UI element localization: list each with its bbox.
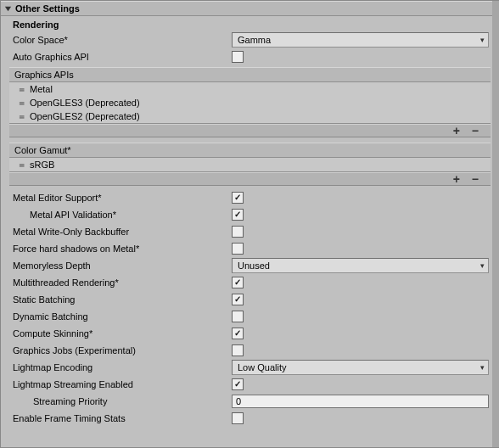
list-item-label: OpenGLES3 (Deprecated) — [30, 98, 140, 108]
drag-handle-icon[interactable]: ━━ — [20, 101, 23, 104]
metal-api-validation-checkbox[interactable] — [232, 209, 244, 221]
list-item[interactable]: ━━ OpenGLES3 (Deprecated) — [9, 96, 491, 109]
compute-skinning-checkbox[interactable] — [232, 328, 244, 339]
memoryless-depth-value: Unused — [238, 260, 270, 271]
multithreaded-label: Multithreaded Rendering* — [13, 277, 232, 288]
lightmap-encoding-label: Lightmap Encoding — [13, 362, 232, 372]
chevron-down-icon: ▾ — [480, 36, 485, 44]
color-gamut-list[interactable]: ━━ sRGB — [9, 158, 491, 172]
metal-editor-label: Metal Editor Support* — [13, 193, 232, 203]
multithreaded-checkbox[interactable] — [232, 277, 244, 288]
memoryless-depth-label: Memoryless Depth — [13, 260, 232, 271]
rendering-subtitle: Rendering — [1, 16, 499, 31]
metal-api-validation-label: Metal API Validation* — [13, 210, 232, 220]
lightmap-encoding-dropdown[interactable]: Low Quality ▾ — [232, 360, 489, 375]
force-hard-shadows-checkbox[interactable] — [232, 243, 244, 255]
streaming-priority-input[interactable]: 0 — [232, 395, 489, 408]
lightmap-streaming-label: Lightmap Streaming Enabled — [13, 379, 232, 389]
remove-button[interactable]: − — [472, 175, 479, 183]
chevron-down-icon: ▾ — [480, 261, 485, 270]
static-batching-label: Static Batching — [13, 294, 232, 305]
section-title: Other Settings — [15, 3, 80, 14]
list-item[interactable]: ━━ OpenGLES2 (Deprecated) — [9, 109, 491, 123]
graphics-jobs-label: Graphics Jobs (Experimental) — [13, 345, 232, 356]
dynamic-batching-checkbox[interactable] — [232, 311, 244, 322]
lightmap-streaming-checkbox[interactable] — [232, 378, 244, 390]
static-batching-checkbox[interactable] — [232, 294, 244, 305]
metal-editor-checkbox[interactable] — [232, 192, 244, 204]
graphics-apis-title: Graphics APIs — [14, 70, 74, 80]
color-gamut-header: Color Gamut* — [9, 143, 491, 158]
add-button[interactable]: + — [453, 126, 460, 135]
chevron-down-icon — [4, 5, 12, 13]
auto-graphics-checkbox[interactable] — [232, 51, 244, 63]
frame-timing-label: Enable Frame Timing Stats — [13, 413, 232, 423]
graphics-apis-list[interactable]: ━━ Metal ━━ OpenGLES3 (Deprecated) ━━ Op… — [9, 82, 491, 124]
force-hard-shadows-label: Force hard shadows on Metal* — [13, 244, 232, 254]
drag-handle-icon[interactable]: ━━ — [20, 87, 23, 91]
add-button[interactable]: + — [453, 175, 460, 183]
scrollbar[interactable] — [492, 1, 499, 447]
drag-handle-icon[interactable]: ━━ — [20, 115, 23, 118]
remove-button[interactable]: − — [472, 126, 479, 135]
color-space-label: Color Space* — [13, 35, 232, 45]
streaming-priority-label: Streaming Priority — [13, 396, 232, 406]
list-item-label: OpenGLES2 (Deprecated) — [30, 111, 140, 121]
lightmap-encoding-value: Low Quality — [238, 362, 286, 372]
drag-handle-icon[interactable]: ━━ — [20, 163, 23, 166]
graphics-jobs-checkbox[interactable] — [232, 344, 244, 356]
dynamic-batching-label: Dynamic Batching — [13, 311, 232, 322]
frame-timing-checkbox[interactable] — [232, 412, 244, 424]
color-gamut-title: Color Gamut* — [14, 145, 71, 155]
metal-writeonly-label: Metal Write-Only Backbuffer — [13, 227, 232, 237]
color-space-value: Gamma — [238, 35, 271, 45]
memoryless-depth-dropdown[interactable]: Unused ▾ — [232, 258, 489, 273]
list-item-label: sRGB — [30, 160, 54, 170]
auto-graphics-label: Auto Graphics API — [13, 52, 232, 62]
section-header-other-settings[interactable]: Other Settings — [1, 1, 499, 16]
compute-skinning-label: Compute Skinning* — [13, 328, 232, 339]
list-item[interactable]: ━━ sRGB — [9, 158, 491, 171]
list-item[interactable]: ━━ Metal — [9, 82, 491, 96]
color-space-dropdown[interactable]: Gamma ▾ — [232, 32, 489, 48]
list-item-label: Metal — [30, 84, 53, 94]
chevron-down-icon: ▾ — [480, 363, 485, 372]
graphics-apis-header: Graphics APIs — [9, 67, 491, 82]
metal-writeonly-checkbox[interactable] — [232, 226, 244, 238]
